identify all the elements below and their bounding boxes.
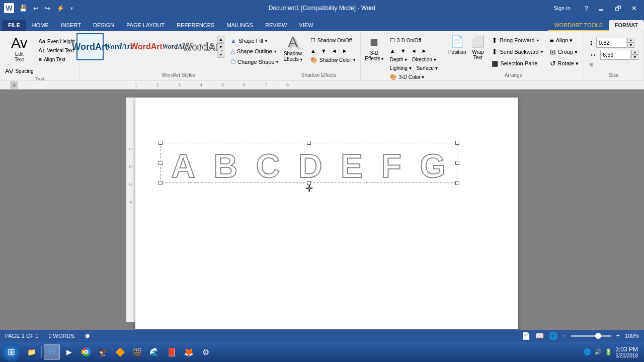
vertical-text-button[interactable]: A↕ Vertical Text — [37, 46, 77, 54]
nudge-shadow-up-button[interactable]: ▲ — [308, 47, 318, 55]
sign-in[interactable]: Sign in — [550, 4, 574, 12]
start-button[interactable]: ⊞ — [2, 343, 20, 361]
taskbar-firefox[interactable]: 🦊 — [181, 344, 197, 360]
change-shape-button[interactable]: ⬡ Change Shape ▾ — [228, 57, 280, 66]
tilt-left-button[interactable]: ◄ — [409, 47, 419, 55]
bring-forward-button[interactable]: ⬆ Bring Forward ▾ — [490, 35, 544, 45]
tab-page-layout[interactable]: PAGE LAYOUT — [120, 20, 171, 31]
height-input[interactable] — [596, 38, 626, 48]
zoom-slider[interactable] — [571, 335, 611, 337]
wordart-sample-3[interactable]: WordArt — [133, 33, 160, 60]
save-icon[interactable]: 💾 — [17, 4, 29, 13]
direction-button[interactable]: Direction ▾ — [410, 56, 438, 63]
nudge-shadow-down-button[interactable]: ▼ — [319, 47, 329, 55]
tab-insert[interactable]: INSERT — [55, 20, 87, 31]
zoom-in-icon[interactable]: + — [616, 332, 620, 339]
tilt-right-button[interactable]: ► — [420, 47, 429, 55]
width-down-arrow[interactable]: ▼ — [631, 55, 638, 60]
shadow-color-dropdown[interactable]: ▾ — [353, 58, 355, 62]
macro-record-icon[interactable]: ⏺ — [85, 332, 91, 339]
align-text-button[interactable]: ≡ Align Text — [37, 55, 77, 63]
gallery-down-arrow[interactable]: ▼ — [217, 43, 224, 50]
height-up-arrow[interactable]: ▲ — [627, 38, 634, 43]
height-down-arrow[interactable]: ▼ — [627, 43, 634, 48]
tab-references[interactable]: REFERENCES — [171, 20, 220, 31]
maximize-icon[interactable]: 🗗 — [612, 4, 624, 13]
depth-button[interactable]: Depth ▾ — [388, 56, 409, 63]
gallery-up-arrow[interactable]: ▲ — [217, 36, 224, 43]
view-normal-icon[interactable]: 📄 — [522, 332, 530, 340]
undo-icon[interactable]: ↩ — [31, 4, 41, 13]
customize-quick-access[interactable]: ▾ — [68, 5, 75, 12]
selection-pane-button[interactable]: ▦ Selection Pane — [490, 58, 544, 68]
shape-outline-button[interactable]: △ Shape Outline ▾ — [228, 47, 280, 56]
bring-forward-dropdown[interactable]: ▾ — [537, 38, 539, 43]
taskbar-vlc[interactable]: 🔶 — [112, 344, 128, 360]
minimize-icon[interactable]: 🗕 — [595, 4, 608, 13]
tilt-down-button[interactable]: ▼ — [398, 47, 408, 55]
handle-bl[interactable] — [158, 181, 163, 185]
nudge-shadow-left-button[interactable]: ◄ — [330, 47, 339, 55]
tab-mailings[interactable]: MAILINGS — [220, 20, 259, 31]
width-input[interactable] — [600, 50, 630, 60]
shadow-color-button[interactable]: 🎨 Shadow Color ▾ — [308, 56, 357, 64]
close-icon[interactable]: ✕ — [628, 4, 640, 13]
view-reading-icon[interactable]: 📖 — [535, 332, 544, 340]
zoom-out-icon[interactable]: − — [562, 332, 566, 339]
handle-mr[interactable] — [455, 161, 459, 165]
tab-design[interactable]: DESIGN — [87, 20, 120, 31]
taskbar-app5[interactable]: 🦅 — [95, 344, 111, 360]
tab-review[interactable]: REVIEW — [259, 20, 293, 31]
tab-file[interactable]: FILE — [2, 20, 26, 31]
taskbar-media[interactable]: ▶ — [61, 344, 77, 360]
handle-br[interactable] — [455, 181, 459, 185]
lighting-button[interactable]: Lighting ▾ — [388, 64, 414, 72]
help-icon[interactable]: ? — [582, 4, 591, 13]
ruler-corner[interactable]: ▣ — [10, 81, 18, 89]
send-backward-button[interactable]: ⬇ Send Backward ▾ — [490, 47, 544, 57]
shape-fill-button[interactable]: ▲ Shape Fill ▾ — [228, 36, 280, 45]
wordart-sample-5[interactable]: WordArt — [189, 33, 216, 60]
taskbar-file-explorer[interactable]: 📁 — [23, 344, 39, 360]
handle-tl[interactable] — [158, 141, 163, 145]
position-button[interactable]: 📄 Position — [446, 33, 468, 57]
wordart-container[interactable]: A B C D E F G ✛ — [160, 143, 457, 183]
rotate-button[interactable]: ↺ Rotate ▾ — [548, 58, 581, 68]
tab-home[interactable]: HOME — [26, 20, 55, 31]
taskbar-browser2[interactable]: 🌊 — [146, 344, 163, 360]
taskbar-chrome[interactable] — [78, 344, 94, 360]
wordart-sample-2[interactable]: WordArt — [105, 33, 132, 60]
taskbar-word[interactable]: W — [44, 344, 60, 360]
handle-tr[interactable] — [455, 141, 459, 145]
spacing-button[interactable]: AV Spacing — [3, 66, 36, 76]
surface-button[interactable]: Surface ▾ — [415, 64, 440, 72]
wordart-sample-1[interactable]: WordArt — [76, 33, 104, 60]
gallery-more-arrow[interactable]: ▾ — [217, 51, 224, 58]
even-height-button[interactable]: Aa Even Height — [37, 37, 77, 45]
taskbar-video[interactable]: 🎬 — [129, 344, 145, 360]
send-backward-dropdown[interactable]: ▾ — [541, 50, 543, 54]
taskbar-system[interactable]: ⚙ — [198, 344, 214, 360]
redo-icon[interactable]: ↪ — [43, 4, 52, 13]
shape-outline-dropdown[interactable]: ▾ — [274, 49, 276, 54]
quick-print-icon[interactable]: ⚡ — [54, 4, 66, 13]
size-expand-icon[interactable]: ⊞ — [589, 62, 593, 67]
shadow-on-off-button[interactable]: ☐ Shadow On/Off — [308, 36, 357, 45]
zoom-level[interactable]: 100% — [625, 333, 639, 339]
shape-fill-dropdown[interactable]: ▾ — [265, 39, 267, 43]
taskbar-pdf[interactable]: 📕 — [164, 344, 180, 360]
tab-format[interactable]: FORMAT — [609, 20, 644, 31]
edit-text-button[interactable]: Av EditText — [9, 34, 29, 65]
align-button[interactable]: ≡ Align ▾ — [548, 35, 581, 45]
handle-tc[interactable] — [307, 141, 311, 145]
threed-effects-button[interactable]: ■ 3-DEffects ▾ — [364, 35, 385, 60]
nudge-shadow-right-button[interactable]: ► — [340, 47, 350, 55]
tab-view[interactable]: VIEW — [293, 20, 319, 31]
handle-ml[interactable] — [158, 161, 163, 165]
group-button[interactable]: ⊞ Group ▾ — [548, 47, 581, 57]
move-cursor[interactable]: ✛ — [305, 183, 313, 194]
wrap-text-button[interactable]: ⬜ WrapText — [469, 33, 487, 62]
width-up-arrow[interactable]: ▲ — [631, 50, 638, 55]
shadow-effects-button[interactable]: A ShadowEffects ▾ — [280, 35, 305, 60]
threed-on-off-button[interactable]: ☐ 3-D On/Off — [388, 36, 440, 45]
